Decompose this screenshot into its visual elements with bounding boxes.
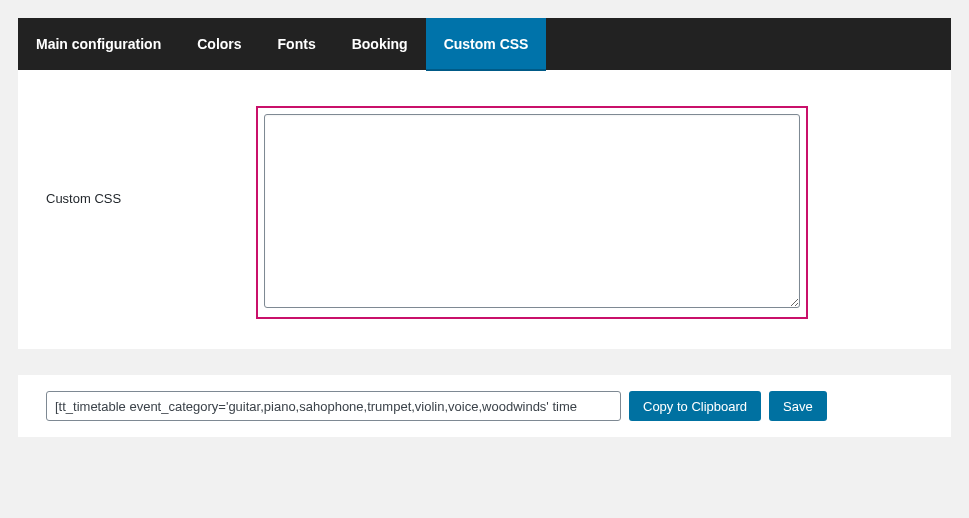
tabs-nav: Main configuration Colors Fonts Booking … xyxy=(18,18,951,70)
custom-css-label: Custom CSS xyxy=(46,106,256,319)
tab-booking[interactable]: Booking xyxy=(334,18,426,70)
custom-css-field xyxy=(256,106,923,319)
custom-css-highlight xyxy=(256,106,808,319)
tab-fonts[interactable]: Fonts xyxy=(260,18,334,70)
tab-main-configuration[interactable]: Main configuration xyxy=(18,18,179,70)
settings-panel: Main configuration Colors Fonts Booking … xyxy=(18,18,951,349)
footer-panel: Copy to Clipboard Save xyxy=(18,375,951,437)
save-button[interactable]: Save xyxy=(769,391,827,421)
copy-to-clipboard-button[interactable]: Copy to Clipboard xyxy=(629,391,761,421)
tab-colors[interactable]: Colors xyxy=(179,18,259,70)
custom-css-textarea[interactable] xyxy=(264,114,800,308)
tab-custom-css[interactable]: Custom CSS xyxy=(426,18,547,71)
shortcode-input[interactable] xyxy=(46,391,621,421)
custom-css-row: Custom CSS xyxy=(18,70,951,349)
